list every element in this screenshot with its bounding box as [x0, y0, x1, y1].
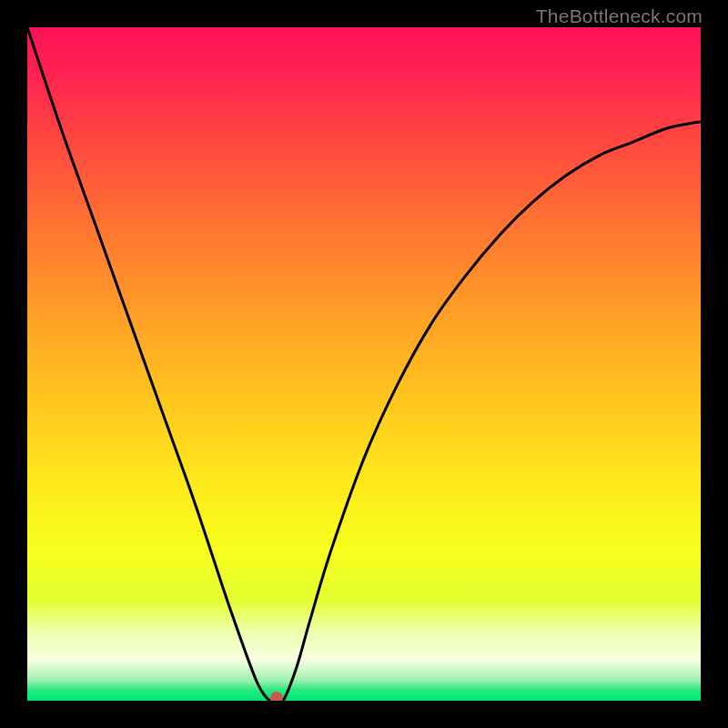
bottleneck-curve [27, 27, 701, 701]
optimal-point-marker [270, 692, 283, 701]
plot-area [27, 27, 701, 701]
watermark-text: TheBottleneck.com [536, 5, 703, 27]
curve-layer [27, 27, 701, 701]
chart-frame: TheBottleneck.com [0, 0, 728, 728]
